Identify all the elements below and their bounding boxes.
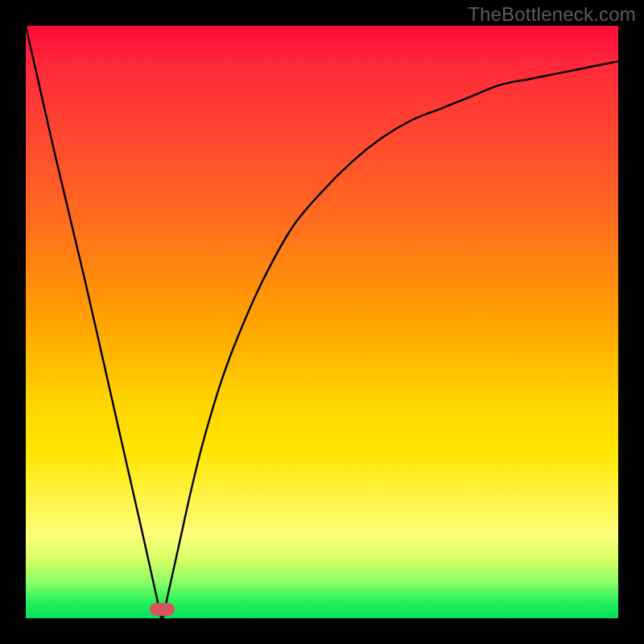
plot-area: [26, 26, 618, 618]
curve-path: [26, 26, 618, 618]
bottleneck-curve: [26, 26, 618, 618]
watermark-text: TheBottleneck.com: [468, 3, 636, 26]
chart-frame: TheBottleneck.com: [0, 0, 644, 644]
optimal-point-marker: [150, 603, 175, 616]
